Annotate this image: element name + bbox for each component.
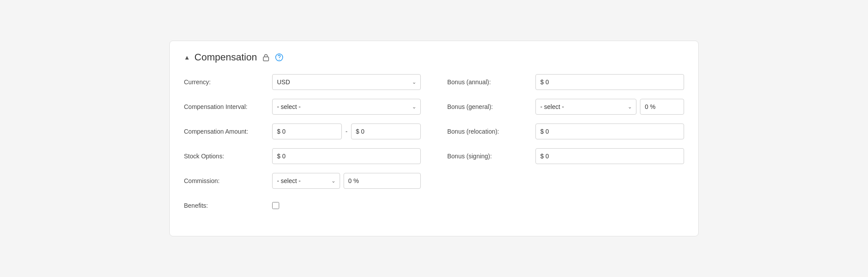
compensation-amount-min-input[interactable]: [272, 124, 342, 139]
commission-select[interactable]: - select -: [272, 173, 340, 189]
compensation-interval-select[interactable]: - select - Hourly Weekly Bi-Weekly Month…: [272, 99, 421, 115]
compensation-card: ▲ Compensation Currency: USD: [169, 41, 699, 236]
compensation-amount-max-input[interactable]: [351, 124, 421, 139]
stock-options-row: Stock Options:: [184, 148, 421, 165]
commission-row: Commission: - select - ⌄: [184, 172, 421, 189]
compensation-amount-row: Compensation Amount: -: [184, 123, 421, 140]
bonus-general-control: - select - ⌄: [535, 99, 684, 115]
currency-label: Currency:: [184, 79, 272, 86]
stock-options-control: [272, 148, 421, 164]
bonus-annual-label: Bonus (annual):: [447, 79, 535, 86]
form-body: Currency: USD EUR GBP CAD ⌄ Compensa: [184, 74, 684, 222]
bonus-general-row: Bonus (general): - select - ⌄: [447, 98, 684, 115]
commission-select-wrapper: - select - ⌄: [272, 173, 340, 189]
bonus-general-label: Bonus (general):: [447, 103, 535, 110]
benefits-row: Benefits:: [184, 197, 421, 214]
stock-options-input[interactable]: [272, 148, 421, 164]
bonus-relocation-row: Bonus (relocation):: [447, 123, 684, 140]
bonus-relocation-input[interactable]: [535, 124, 684, 139]
bonus-relocation-control: [535, 124, 684, 139]
bonus-relocation-label: Bonus (relocation):: [447, 128, 535, 135]
bonus-general-select-wrapper: - select - ⌄: [535, 99, 636, 115]
bonus-signing-control: [535, 148, 684, 164]
currency-row: Currency: USD EUR GBP CAD ⌄: [184, 74, 421, 90]
bonus-general-select[interactable]: - select -: [535, 99, 636, 115]
compensation-interval-label: Compensation Interval:: [184, 103, 272, 110]
amount-range: -: [272, 124, 421, 139]
bonus-general-percent-input[interactable]: [640, 99, 684, 115]
help-icon[interactable]: [275, 53, 284, 62]
bonus-signing-row: Bonus (signing):: [447, 148, 684, 165]
compensation-amount-label: Compensation Amount:: [184, 128, 272, 135]
benefits-control: [272, 202, 421, 209]
currency-control: USD EUR GBP CAD ⌄: [272, 74, 421, 90]
bonus-signing-input[interactable]: [535, 148, 684, 164]
benefits-label: Benefits:: [184, 202, 272, 209]
collapse-icon[interactable]: ▲: [184, 54, 190, 61]
compensation-interval-select-wrapper: - select - Hourly Weekly Bi-Weekly Month…: [272, 99, 421, 115]
currency-select[interactable]: USD EUR GBP CAD: [272, 74, 421, 90]
left-column: Currency: USD EUR GBP CAD ⌄ Compensa: [184, 74, 421, 222]
commission-percent-input[interactable]: [344, 173, 421, 189]
currency-select-wrapper: USD EUR GBP CAD ⌄: [272, 74, 421, 90]
svg-point-2: [279, 59, 280, 60]
range-separator: -: [345, 128, 348, 135]
commission-label: Commission:: [184, 177, 272, 184]
bonus-annual-input[interactable]: [535, 74, 684, 90]
section-title: Compensation: [195, 52, 257, 63]
lock-icon: [262, 53, 270, 62]
bonus-annual-control: [535, 74, 684, 90]
bonus-annual-row: Bonus (annual):: [447, 74, 684, 90]
stock-options-label: Stock Options:: [184, 153, 272, 160]
commission-control: - select - ⌄: [272, 173, 421, 189]
benefits-checkbox[interactable]: [272, 202, 279, 209]
compensation-amount-control: -: [272, 124, 421, 139]
svg-rect-0: [263, 57, 269, 61]
bonus-signing-label: Bonus (signing):: [447, 153, 535, 160]
right-column: Bonus (annual): Bonus (general): - selec…: [447, 74, 684, 222]
compensation-interval-row: Compensation Interval: - select - Hourly…: [184, 98, 421, 115]
section-header: ▲ Compensation: [184, 52, 684, 63]
compensation-interval-control: - select - Hourly Weekly Bi-Weekly Month…: [272, 99, 421, 115]
